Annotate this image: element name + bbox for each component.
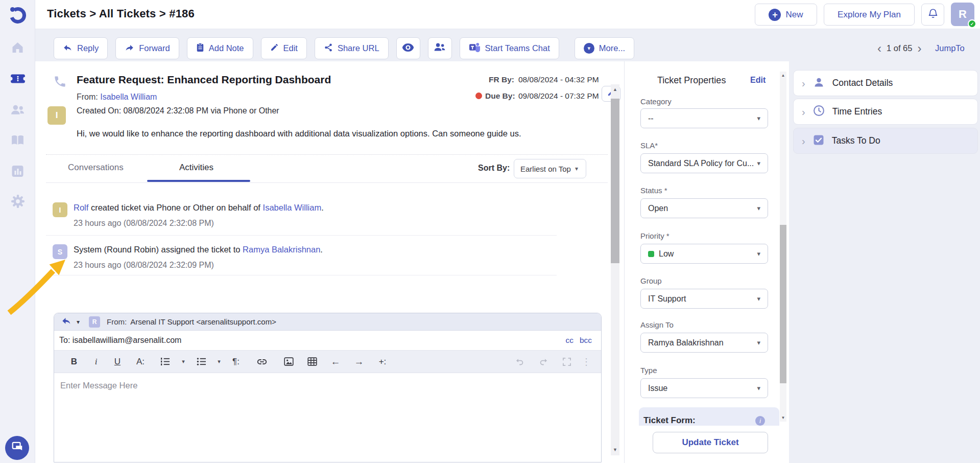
activity-text: Rolf created ticket via Phone or Other o…: [74, 203, 324, 213]
share-url-label: Share URL: [338, 43, 379, 53]
main-scrollbar-thumb[interactable]: [611, 99, 619, 263]
scroll-up-icon[interactable]: ▲: [780, 73, 786, 78]
jump-to-link[interactable]: JumpTo: [935, 37, 965, 59]
bullet-list-caret-icon[interactable]: ▾: [213, 358, 225, 365]
nav-knowledge-base-icon[interactable]: [0, 134, 35, 147]
agent-link[interactable]: Ramya Balakrishnan: [243, 245, 320, 254]
start-teams-chat-button[interactable]: Start Teams Chat: [460, 37, 559, 59]
reply-icon[interactable]: [61, 316, 71, 327]
redo-icon[interactable]: [532, 358, 555, 365]
agent-link[interactable]: Rolf: [74, 203, 88, 212]
contact-details-panel[interactable]: › Contact Details: [793, 70, 978, 96]
add-note-label: Add Note: [209, 43, 244, 53]
add-note-button[interactable]: Add Note: [187, 37, 253, 59]
activity-divider: [46, 235, 557, 236]
properties-scrollbar[interactable]: ▲ ▼: [780, 72, 786, 422]
properties-scrollbar-thumb[interactable]: [780, 225, 786, 383]
reply-icon: [63, 43, 73, 54]
insert-link-icon[interactable]: [247, 358, 277, 365]
channel-phone-icon: [53, 75, 67, 90]
sla-select[interactable]: Standard SLA Policy for Cu... ▾: [640, 153, 768, 173]
nav-settings-icon[interactable]: [0, 194, 35, 209]
numbered-list-caret-icon[interactable]: ▾: [178, 358, 189, 365]
outdent-icon[interactable]: ←: [324, 356, 347, 367]
composer-from-value: Arsenal IT Support <arsenalitsupport.com…: [130, 317, 276, 326]
activity-avatar: S: [53, 244, 67, 259]
nav-reports-icon[interactable]: [0, 165, 35, 178]
due-status-dot: [475, 92, 482, 99]
next-ticket-icon[interactable]: ›: [917, 42, 921, 55]
nav-contacts-icon[interactable]: [0, 103, 35, 116]
assign-to-value: Ramya Balakrishnan: [648, 338, 724, 348]
watch-button[interactable]: [396, 37, 420, 59]
font-options-icon[interactable]: A:: [129, 357, 152, 367]
fr-by-label: FR By:: [489, 75, 514, 84]
editor-more-icon[interactable]: ⋮: [579, 356, 594, 367]
more-button[interactable]: ▾ More...: [575, 37, 634, 59]
properties-edit-link[interactable]: Edit: [750, 76, 766, 85]
insert-table-icon[interactable]: [300, 357, 324, 366]
nav-home-icon[interactable]: [0, 41, 35, 54]
requester-link[interactable]: Isabella William: [100, 92, 157, 101]
nav-tickets-icon[interactable]: [0, 72, 35, 86]
tab-conversations[interactable]: Conversations: [68, 163, 124, 173]
cc-link[interactable]: cc: [565, 336, 573, 345]
share-url-button[interactable]: Share URL: [315, 37, 389, 59]
scroll-up-icon[interactable]: ▲: [611, 87, 619, 92]
tab-activities[interactable]: Activities: [179, 163, 213, 173]
bold-icon[interactable]: B: [62, 357, 86, 367]
scroll-down-icon[interactable]: ▼: [780, 415, 786, 420]
sort-by-label: Sort By:: [478, 164, 510, 173]
indent-icon[interactable]: →: [347, 356, 371, 367]
paragraph-format-icon[interactable]: ¶:: [225, 357, 247, 367]
numbered-list-icon[interactable]: [152, 357, 178, 366]
user-avatar[interactable]: R ✓: [951, 3, 974, 26]
update-ticket-button[interactable]: Update Ticket: [653, 432, 768, 453]
due-by-label: Due By:: [485, 91, 515, 101]
italic-icon[interactable]: i: [86, 357, 106, 367]
scroll-down-icon[interactable]: ▼: [611, 447, 619, 452]
explore-my-plan-button[interactable]: Explore My Plan: [824, 4, 915, 26]
sort-order-dropdown[interactable]: Earliest on Top ▾: [514, 159, 586, 178]
collaborators-button[interactable]: [428, 37, 452, 59]
bullet-list-icon[interactable]: [189, 357, 213, 366]
live-chat-button[interactable]: [5, 436, 29, 460]
category-select[interactable]: -- ▾: [640, 108, 768, 128]
reply-button[interactable]: Reply: [54, 37, 108, 59]
contact-link[interactable]: Isabella William: [263, 203, 322, 212]
prev-ticket-icon[interactable]: ‹: [877, 42, 881, 55]
message-editor[interactable]: Enter Message Here: [54, 373, 601, 398]
type-select[interactable]: Issue ▾: [640, 378, 768, 398]
reply-type-caret-icon[interactable]: ▾: [77, 318, 80, 326]
app-logo[interactable]: [7, 4, 28, 27]
share-icon: [324, 43, 333, 54]
underline-icon[interactable]: U: [106, 357, 129, 367]
to-field[interactable]: To: isabellawilliam@arsenalit.com: [59, 336, 181, 345]
status-select[interactable]: Open ▾: [640, 198, 768, 218]
assign-to-select[interactable]: Ramya Balakrishnan ▾: [640, 333, 768, 353]
activity-text-mid: created ticket via Phone or Other on beh…: [88, 203, 262, 212]
main-scrollbar[interactable]: ▲ ▼: [611, 84, 619, 455]
new-button[interactable]: + New: [755, 4, 817, 26]
notifications-button[interactable]: [921, 4, 944, 26]
chevron-down-circle-icon: ▾: [584, 43, 594, 54]
forward-button[interactable]: Forward: [115, 37, 179, 59]
edit-label: Edit: [283, 43, 298, 53]
composer-from-label: From:: [107, 317, 127, 326]
bell-icon: [927, 7, 939, 22]
group-select[interactable]: IT Support ▾: [640, 289, 768, 309]
undo-icon[interactable]: [508, 358, 532, 365]
time-entries-panel[interactable]: › Time Entries: [793, 99, 978, 125]
priority-select[interactable]: Low ▾: [640, 244, 768, 264]
avatar-initial: R: [959, 8, 967, 21]
bcc-link[interactable]: bcc: [580, 336, 592, 345]
more-tools-icon[interactable]: +:: [371, 357, 394, 367]
pencil-icon: [270, 43, 279, 54]
tasks-to-do-panel[interactable]: › Tasks To Do: [793, 128, 978, 154]
fullscreen-icon[interactable]: [555, 358, 579, 366]
edit-button[interactable]: Edit: [261, 37, 307, 59]
field-label: Type: [640, 366, 657, 375]
tabs-divider: [46, 182, 608, 183]
caret-down-icon: ▾: [757, 339, 760, 346]
insert-image-icon[interactable]: [277, 357, 300, 366]
